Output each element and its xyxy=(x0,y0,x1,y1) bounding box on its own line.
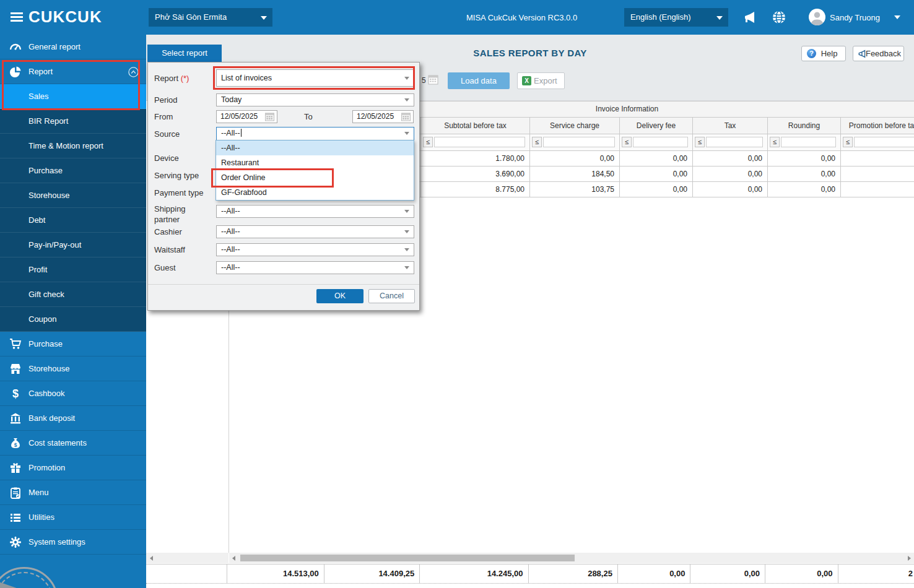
sidebar-item-pay-in-pay-out[interactable]: Pay-in/Pay-out xyxy=(0,233,146,257)
source-option-restaurant[interactable]: Restaurant xyxy=(216,155,414,170)
cashier-label: Cashier xyxy=(154,227,182,236)
filter-operator-button[interactable]: ≤ xyxy=(843,137,853,147)
cell-subtotal: 8.775,00 xyxy=(421,182,530,197)
export-button[interactable]: X Export xyxy=(517,72,565,89)
source-option-order-online[interactable]: Order Online xyxy=(216,170,414,185)
sidebar-item-system-settings[interactable]: System settings xyxy=(0,530,146,555)
source-label: Source xyxy=(154,129,180,139)
scroll-left-arrow-icon[interactable] xyxy=(232,556,235,561)
filter-input[interactable] xyxy=(633,137,688,147)
excel-icon: X xyxy=(522,76,531,85)
column-header-subtotal-before-tax[interactable]: Subtotal before tax xyxy=(421,118,530,134)
column-header-promotion-before-tax[interactable]: Promotion before tax xyxy=(841,118,914,134)
sidebar-item-cost-statements[interactable]: $ Cost statements xyxy=(0,431,146,456)
report-select-value: List of invoices xyxy=(221,74,272,82)
cancel-button[interactable]: Cancel xyxy=(368,289,415,303)
table-totals-row: 14.513,00 14.409,25 14.245,00 288,25 0,0… xyxy=(146,564,914,584)
period-select[interactable]: Today xyxy=(216,93,414,106)
feedback-button[interactable]: Feedback xyxy=(853,46,904,61)
filter-input[interactable] xyxy=(781,137,836,147)
period-label: Period xyxy=(154,95,178,105)
scroll-right-arrow-icon[interactable] xyxy=(908,556,911,561)
cell-tax: 0,00 xyxy=(693,182,768,197)
chevron-down-icon[interactable] xyxy=(894,15,900,19)
restaurant-selector-value: Phở Sài Gòn Ermita xyxy=(155,12,227,22)
user-avatar[interactable] xyxy=(809,9,825,25)
svg-text:$: $ xyxy=(14,442,17,448)
total-cell: 14.513,00 xyxy=(227,564,324,583)
text-cursor xyxy=(241,129,242,137)
help-button[interactable]: ? Help xyxy=(801,46,846,61)
ok-button[interactable]: OK xyxy=(316,289,363,303)
filter-operator-button[interactable]: ≤ xyxy=(423,137,433,147)
cell-promotion xyxy=(841,151,914,166)
language-selector[interactable]: English (English) xyxy=(624,8,728,27)
sidebar-item-report[interactable]: Report xyxy=(0,59,146,84)
calendar-icon[interactable] xyxy=(401,112,411,122)
column-header-rounding[interactable]: Rounding xyxy=(768,118,841,134)
filter-operator-button[interactable]: ≤ xyxy=(532,137,542,147)
sidebar-item-sales[interactable]: Sales xyxy=(0,84,146,109)
chevron-down-icon xyxy=(716,16,723,20)
scroll-left-arrow-icon[interactable] xyxy=(150,556,153,561)
cashier-select[interactable]: --All-- xyxy=(216,225,414,238)
sidebar-item-menu[interactable]: Menu xyxy=(0,480,146,505)
filter-input[interactable] xyxy=(434,137,525,147)
sidebar-item-purchase-report[interactable]: Purchase xyxy=(0,158,146,183)
sidebar-item-cashbook[interactable]: $ Cashbook xyxy=(0,381,146,406)
sidebar-item-purchase[interactable]: Purchase xyxy=(0,332,146,357)
filter-operator-button[interactable]: ≤ xyxy=(695,137,705,147)
sidebar-item-bank-deposit[interactable]: Bank deposit xyxy=(0,406,146,431)
column-header-tax[interactable]: Tax xyxy=(693,118,768,134)
load-data-button[interactable]: Load data xyxy=(448,72,510,89)
sidebar-item-gift-check[interactable]: Gift check xyxy=(0,282,146,307)
sidebar-item-coupon[interactable]: Coupon xyxy=(0,307,146,332)
sidebar-item-promotion[interactable]: Promotion xyxy=(0,456,146,480)
shipping-partner-select[interactable]: --All-- xyxy=(216,205,414,218)
report-select[interactable]: List of invoices xyxy=(216,69,414,87)
to-date-input[interactable]: 12/05/2025 xyxy=(352,110,414,123)
sidebar-item-profit[interactable]: Profit xyxy=(0,257,146,282)
source-option-all[interactable]: --All-- xyxy=(216,141,414,155)
from-date-input[interactable]: 12/05/2025 xyxy=(216,110,277,123)
sidebar-item-storehouse[interactable]: Storehouse xyxy=(0,357,146,381)
source-dropdown-list: --All-- Restaurant Order Online GF-Grabf… xyxy=(215,140,414,201)
horizontal-scrollbar[interactable] xyxy=(229,553,914,563)
guest-select[interactable]: --All-- xyxy=(216,261,414,274)
filter-input[interactable] xyxy=(543,137,615,147)
user-name[interactable]: Sandy Truong xyxy=(830,13,880,22)
calendar-icon[interactable] xyxy=(428,74,438,85)
sidebar-item-general-report[interactable]: General report xyxy=(0,35,146,59)
hamburger-menu-icon[interactable] xyxy=(11,12,23,22)
horizontal-scrollbar-thumb[interactable] xyxy=(240,555,575,561)
cell-tax: 0,00 xyxy=(693,151,768,166)
waitstaff-select[interactable]: --All-- xyxy=(216,243,414,256)
cart-icon xyxy=(9,338,22,350)
filter-operator-button[interactable]: ≤ xyxy=(770,137,780,147)
restaurant-selector[interactable]: Phở Sài Gòn Ermita xyxy=(149,8,272,27)
cell-promotion xyxy=(841,182,914,197)
pie-chart-icon xyxy=(9,66,22,78)
frozen-pane-scrollbar[interactable] xyxy=(146,553,228,563)
megaphone-icon[interactable] xyxy=(743,10,758,25)
select-report-tab[interactable]: Select report xyxy=(147,45,222,62)
dollar-icon: $ xyxy=(9,387,22,400)
sidebar-item-storehouse-report[interactable]: Storehouse xyxy=(0,183,146,208)
source-option-gf-grabfood[interactable]: GF-Grabfood xyxy=(216,185,414,200)
column-header-delivery-fee[interactable]: Delivery fee xyxy=(620,118,693,134)
column-header-service-charge[interactable]: Service charge xyxy=(530,118,620,134)
sidebar-item-bir-report[interactable]: BIR Report xyxy=(0,109,146,134)
cell-service-charge: 0,00 xyxy=(530,151,620,166)
calendar-icon[interactable] xyxy=(264,112,275,122)
sidebar-item-time-motion-report[interactable]: Time & Motion report xyxy=(0,134,146,158)
sidebar-item-debt[interactable]: Debt xyxy=(0,208,146,233)
chevron-up-circle-icon[interactable] xyxy=(128,67,139,77)
globe-icon[interactable] xyxy=(772,10,786,25)
filter-input[interactable] xyxy=(706,137,763,147)
filter-input[interactable] xyxy=(854,137,914,147)
sidebar-item-utilities[interactable]: Utilities xyxy=(0,505,146,530)
chevron-down-icon xyxy=(404,210,409,213)
filter-operator-button[interactable]: ≤ xyxy=(622,137,632,147)
source-combobox[interactable]: --All-- xyxy=(216,127,414,141)
chevron-down-icon xyxy=(404,77,409,80)
